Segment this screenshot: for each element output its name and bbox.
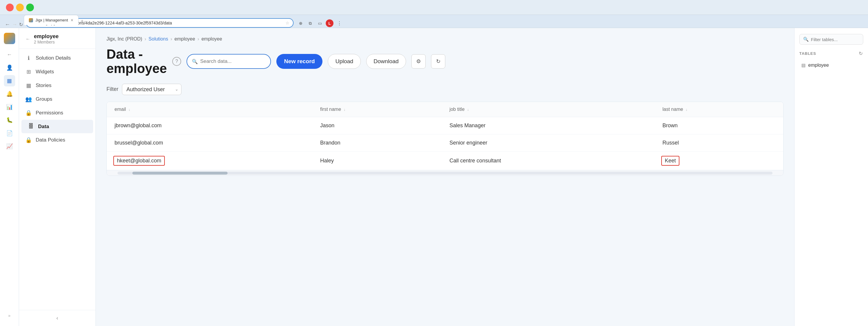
app-logo: [4, 33, 15, 44]
browser-tab[interactable]: Jigx | Management ✕: [24, 15, 79, 25]
row2-lastname[interactable]: Russel: [655, 134, 783, 152]
sidebar-item-data-policies[interactable]: 🔒 Data Policies: [19, 133, 95, 147]
filter-label: Filter: [106, 86, 118, 92]
sidebar: ← employee 2 Members ℹ Solution Details …: [19, 28, 96, 326]
sidebar-item-widgets[interactable]: ⊞ Widgets: [19, 65, 95, 79]
user-avatar[interactable]: L: [326, 19, 334, 27]
table-row: brussel@global.com Brandon Senior engine…: [107, 134, 783, 152]
scrollbar-track[interactable]: [118, 172, 773, 174]
right-search-input[interactable]: [811, 37, 859, 42]
traffic-lights: [6, 4, 34, 11]
data-table-container: email ↓ first name ↓ job title ↓ last: [106, 102, 783, 176]
sidebar-toggle-icon[interactable]: ▭: [316, 20, 323, 27]
data-label: Data: [38, 124, 49, 130]
sidebar-item-groups[interactable]: 👥 Groups: [19, 92, 95, 106]
nav-home-icon[interactable]: ←: [4, 49, 15, 60]
reload-nav-button[interactable]: ↻: [19, 22, 23, 27]
col-jobtitle-sort-icon: ↓: [467, 108, 469, 112]
row1-jobtitle[interactable]: Sales Manager: [442, 117, 655, 134]
permissions-icon: 🔒: [25, 110, 32, 116]
page-title: Data - employee: [106, 47, 167, 76]
sidebar-collapse-button[interactable]: ‹: [57, 315, 58, 321]
data-table: email ↓ first name ↓ job title ↓ last: [107, 102, 783, 170]
row2-firstname[interactable]: Brandon: [312, 134, 442, 152]
maximize-window-button[interactable]: [26, 4, 34, 11]
breadcrumb: Jigx, Inc (PROD) › Solutions › employee …: [106, 36, 783, 42]
icon-bar: ← 👤 ▦ 🔔 📊 🐛 📄 📈 »: [0, 28, 19, 326]
main-content: Jigx, Inc (PROD) › Solutions › employee …: [96, 28, 794, 326]
widgets-label: Widgets: [36, 69, 54, 75]
filter-row: Filter Authorized User ⌄: [106, 84, 783, 95]
new-record-button[interactable]: New record: [276, 54, 322, 69]
row3-lastname-highlighted[interactable]: Keet: [655, 152, 783, 170]
sidebar-item-stories[interactable]: ▦ Stories: [19, 79, 95, 92]
nav-doc-icon[interactable]: 📄: [4, 128, 15, 139]
row1-firstname[interactable]: Jason: [312, 117, 442, 134]
solution-details-label: Solution Details: [36, 55, 71, 61]
table-item-label: employee: [808, 62, 829, 68]
nav-active-icon[interactable]: ▦: [4, 75, 15, 86]
breadcrumb-sep-3: ›: [197, 36, 199, 42]
refresh-icon-button[interactable]: ↻: [431, 54, 445, 69]
col-jobtitle[interactable]: job title ↓: [442, 102, 655, 117]
breadcrumb-section1: employee: [175, 36, 195, 42]
download-button[interactable]: Download: [366, 54, 406, 69]
extension-icon-2[interactable]: ⧉: [307, 20, 314, 27]
sidebar-item-solution-details[interactable]: ℹ Solution Details: [19, 51, 95, 65]
forward-nav-button[interactable]: →: [12, 22, 17, 28]
sidebar-header: ← employee 2 Members: [19, 28, 95, 49]
breadcrumb-section2: employee: [202, 36, 222, 42]
settings-icon-button[interactable]: ⚙: [411, 54, 426, 69]
right-panel: 🔍 TABLES ↻ ▤ employee: [794, 28, 868, 326]
upload-button[interactable]: Upload: [328, 54, 361, 69]
extension-icon-1[interactable]: ⊕: [297, 20, 304, 27]
col-email-sort-icon: ↓: [128, 108, 130, 112]
close-window-button[interactable]: [6, 4, 14, 11]
sidebar-back-button[interactable]: ←: [25, 36, 31, 42]
col-lastname-label: last name: [662, 107, 683, 112]
row3-email-highlighted[interactable]: hkeet@global.com: [107, 152, 312, 170]
sidebar-item-permissions[interactable]: 🔒 Permissions: [19, 106, 95, 120]
row1-email[interactable]: jbrown@global.com: [107, 117, 312, 134]
solution-details-icon: ℹ: [25, 55, 32, 61]
row2-jobtitle[interactable]: Senior engineer: [442, 134, 655, 152]
nav-stats-icon[interactable]: 📈: [4, 141, 15, 152]
table-row: hkeet@global.com Haley Call centre consu…: [107, 152, 783, 170]
help-icon[interactable]: ?: [172, 57, 181, 66]
tab-close-button[interactable]: ✕: [70, 18, 73, 22]
tables-refresh-button[interactable]: ↻: [858, 50, 863, 57]
row1-lastname[interactable]: Brown: [655, 117, 783, 134]
nav-people-icon[interactable]: 👤: [4, 62, 15, 73]
minimize-window-button[interactable]: [16, 4, 24, 11]
filter-select[interactable]: Authorized User: [122, 84, 182, 95]
row2-email[interactable]: brussel@global.com: [107, 134, 312, 152]
search-input[interactable]: [200, 58, 266, 64]
nav-bell-icon[interactable]: 🔔: [4, 88, 15, 100]
permissions-label: Permissions: [36, 110, 63, 116]
stories-icon: ▦: [25, 82, 32, 89]
nav-chart-icon[interactable]: 📊: [4, 101, 15, 113]
back-nav-button[interactable]: ←: [5, 22, 10, 28]
widgets-icon: ⊞: [25, 69, 32, 75]
sidebar-item-data[interactable]: 🗄 Data: [22, 120, 93, 133]
row3-firstname[interactable]: Haley: [312, 152, 442, 170]
new-tab-button[interactable]: +: [79, 17, 86, 25]
table-item-employee[interactable]: ▤ employee: [799, 60, 863, 71]
bookmark-icon[interactable]: ☆: [285, 21, 289, 25]
nav-expand-icon[interactable]: »: [4, 310, 15, 321]
breadcrumb-solutions[interactable]: Solutions: [149, 36, 168, 42]
menu-icon[interactable]: ⋮: [336, 20, 343, 27]
groups-icon: 👥: [25, 96, 32, 103]
nav-bug-icon[interactable]: 🐛: [4, 114, 15, 126]
scrollbar-thumb[interactable]: [132, 172, 227, 174]
col-firstname[interactable]: first name ↓: [312, 102, 442, 117]
col-email[interactable]: email ↓: [107, 102, 312, 117]
sidebar-nav: ℹ Solution Details ⊞ Widgets ▦ Stories 👥…: [19, 49, 95, 310]
right-search-icon: 🔍: [803, 37, 809, 42]
right-panel-search-box: 🔍: [799, 34, 863, 45]
breadcrumb-sep-2: ›: [170, 36, 172, 42]
row3-jobtitle[interactable]: Call centre consultant: [442, 152, 655, 170]
col-lastname[interactable]: last name ↓: [655, 102, 783, 117]
col-firstname-label: first name: [320, 107, 341, 112]
col-lastname-sort-icon: ↓: [686, 108, 687, 112]
